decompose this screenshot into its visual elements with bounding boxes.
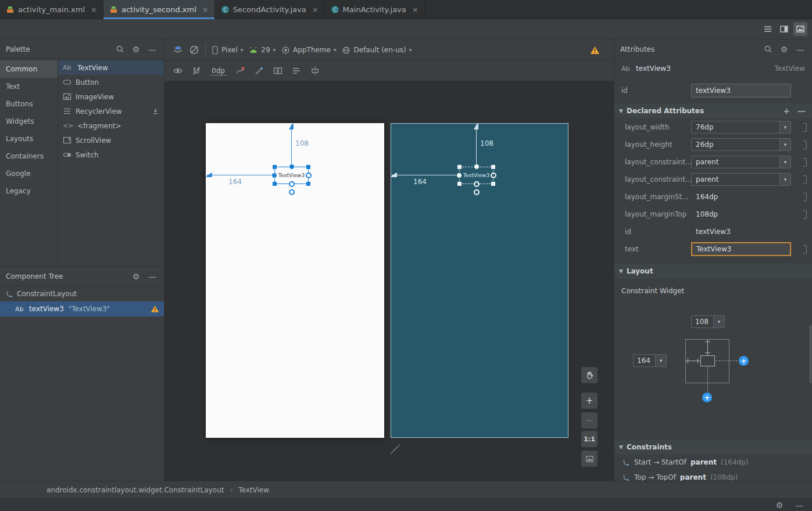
default-margin-control[interactable]: 0dp (210, 67, 227, 75)
palette-item-imageview[interactable]: ImageView (58, 89, 164, 104)
minimize-icon[interactable]: — (146, 272, 158, 281)
pin-toggle-icon[interactable] (803, 158, 807, 167)
palette-category-common[interactable]: Common (0, 60, 58, 78)
minimize-icon[interactable]: — (793, 501, 805, 510)
tab-mainactivity-java[interactable]: C MainActivity.java × (325, 0, 425, 19)
pin-toggle-icon[interactable] (803, 141, 807, 149)
start-margin-connector[interactable] (685, 361, 700, 361)
palette-category-text[interactable]: Text (0, 78, 58, 95)
theme-selector[interactable]: AppTheme ▾ (281, 46, 336, 55)
end-anchor-icon[interactable] (306, 172, 312, 178)
download-icon[interactable] (152, 107, 159, 115)
palette-item-textview[interactable]: Ab TextView (58, 60, 164, 75)
design-surface[interactable]: TextView3 108 164 TextView3 (164, 81, 614, 481)
gear-icon[interactable]: ⚙ (130, 45, 142, 54)
constraint-top-combo[interactable]: parent ▾ (691, 173, 791, 186)
gear-icon[interactable]: ⚙ (130, 272, 142, 281)
gear-icon[interactable]: ⚙ (778, 45, 790, 54)
start-margin-combo[interactable]: 164 ▾ (633, 354, 667, 367)
close-icon[interactable]: × (412, 5, 418, 14)
constraint-item-start[interactable]: Start → StartOf parent (164dp) (614, 455, 812, 470)
layout-section-header[interactable]: ▼ Layout (614, 264, 812, 279)
top-margin-combo[interactable]: 108 ▾ (691, 315, 725, 328)
resize-handle-icon[interactable] (457, 165, 462, 169)
resize-handle-icon[interactable] (306, 165, 310, 169)
palette-category-widgets[interactable]: Widgets (0, 113, 58, 130)
breadcrumb-path[interactable]: androidx.constraintlayout.widget.Constra… (46, 486, 224, 494)
constraints-section-header[interactable]: ▼ Constraints (614, 440, 812, 455)
screenshot-button[interactable] (581, 451, 598, 467)
close-icon[interactable]: × (91, 5, 97, 14)
tab-secondactivity-java[interactable]: C SecondActivity.java × (215, 0, 325, 19)
split-view-button[interactable] (777, 22, 791, 36)
zoom-in-button[interactable]: + (581, 393, 598, 409)
palette-category-google[interactable]: Google (0, 165, 58, 182)
device-selector[interactable]: Pixel ▾ (212, 46, 243, 55)
baseline-anchor-icon[interactable] (474, 189, 480, 195)
pin-toggle-icon[interactable] (803, 245, 807, 254)
palette-item-switch[interactable]: Switch (58, 147, 164, 162)
add-attribute-icon[interactable]: + (781, 106, 792, 116)
minimize-icon[interactable]: — (795, 45, 806, 54)
locale-selector[interactable]: Default (en-us) ▾ (342, 46, 412, 55)
bottom-anchor-icon[interactable] (474, 181, 480, 187)
resize-handle-icon[interactable] (273, 182, 277, 186)
palette-category-containers[interactable]: Containers (0, 147, 58, 165)
palette-item-scrollview[interactable]: ScrollView (58, 133, 164, 147)
chevron-down-icon[interactable]: ▾ (779, 156, 790, 168)
zoom-out-button[interactable]: − (581, 412, 598, 429)
top-anchor-icon[interactable] (289, 164, 295, 170)
pin-toggle-icon[interactable] (803, 175, 807, 184)
zoom-reset-button[interactable]: 1:1 (581, 431, 598, 447)
chevron-down-icon[interactable]: ▾ (713, 316, 724, 328)
bottom-anchor-icon[interactable] (289, 181, 295, 187)
constraint-start-combo[interactable]: parent ▾ (691, 156, 791, 168)
baseline-anchor-icon[interactable] (289, 189, 295, 195)
palette-item-recyclerview[interactable]: RecyclerView (58, 104, 164, 118)
chevron-down-icon[interactable]: ▾ (655, 355, 666, 366)
canvas-textview-blueprint[interactable]: TextView3 (459, 167, 493, 184)
margin-top-value[interactable]: 108dp (696, 210, 718, 218)
pin-toggle-icon[interactable] (803, 123, 807, 132)
chevron-down-icon[interactable]: ▾ (779, 121, 790, 133)
canvas-resize-handle[interactable] (389, 445, 400, 454)
text-input[interactable]: TextView3 (691, 242, 791, 256)
tab-activity-second-xml[interactable]: activity_second.xml × (103, 0, 215, 19)
resize-handle-icon[interactable] (306, 182, 310, 186)
magnet-off-icon[interactable] (191, 66, 202, 76)
end-anchor-icon[interactable] (491, 172, 496, 178)
pan-button[interactable] (581, 367, 598, 383)
resize-handle-icon[interactable] (491, 165, 495, 169)
orientation-icon[interactable] (189, 45, 199, 55)
tree-item-constraintlayout[interactable]: ConstraintLayout (0, 286, 164, 301)
breadcrumb-element[interactable]: TextView (238, 486, 269, 494)
layout-height-combo[interactable]: 26dp ▾ (691, 138, 791, 151)
layout-width-combo[interactable]: 76dp ▾ (691, 121, 791, 134)
chevron-down-icon[interactable]: ▾ (779, 139, 790, 150)
resize-handle-icon[interactable] (491, 182, 495, 186)
tab-activity-main-xml[interactable]: activity_main.xml × (0, 0, 103, 19)
add-end-constraint-button[interactable]: + (739, 356, 749, 366)
warning-icon[interactable] (590, 46, 600, 55)
id-input[interactable]: textView3 (691, 84, 791, 98)
guideline-icon[interactable] (310, 66, 320, 76)
design-view-button[interactable] (793, 22, 807, 36)
palette-item-fragment[interactable]: <> <fragment> (58, 118, 164, 133)
search-icon[interactable] (762, 45, 774, 53)
palette-category-buttons[interactable]: Buttons (0, 95, 58, 113)
close-icon[interactable]: × (312, 5, 319, 14)
margin-start-value[interactable]: 164dp (696, 193, 718, 201)
pack-icon[interactable] (273, 66, 283, 76)
palette-category-layouts[interactable]: Layouts (0, 130, 58, 147)
constraint-item-top[interactable]: Top → TopOf parent (108dp) (614, 470, 812, 481)
palette-category-legacy[interactable]: Legacy (0, 182, 58, 200)
search-icon[interactable] (114, 45, 126, 53)
chevron-down-icon[interactable]: ▾ (779, 174, 790, 185)
start-anchor-icon[interactable] (456, 172, 462, 178)
pin-toggle-icon[interactable] (803, 210, 807, 219)
eye-icon[interactable] (173, 66, 183, 76)
top-anchor-icon[interactable] (474, 164, 480, 170)
add-bottom-constraint-button[interactable]: + (702, 393, 712, 402)
scrollbar-thumb[interactable] (810, 325, 811, 383)
close-icon[interactable]: × (202, 5, 209, 14)
